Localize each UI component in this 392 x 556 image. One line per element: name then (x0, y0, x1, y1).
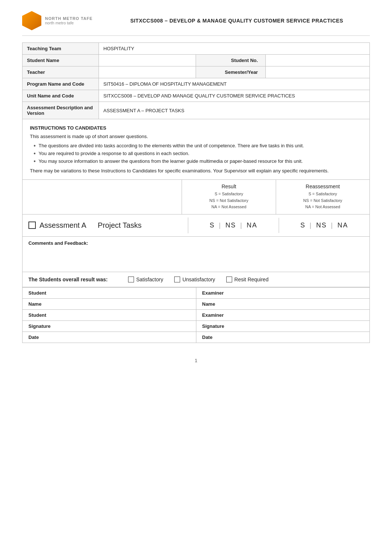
resit-checkbox[interactable] (226, 277, 232, 282)
re-score-ns: NS (316, 222, 327, 229)
table-row-teaching: Teaching Team HOSPITALITY (23, 43, 370, 55)
info-table: Teaching Team HOSPITALITY Student Name S… (22, 42, 370, 119)
value-assessment: ASSESSMENT A – PROJECT TASKS (99, 102, 370, 119)
value-semester (265, 66, 369, 78)
instructions-note: There may be variations to these Instruc… (30, 168, 362, 174)
satisfactory-option[interactable]: Satisfactory (128, 277, 163, 282)
satisfactory-label: Satisfactory (136, 277, 163, 282)
bullet-text-2: You are required to provide a response t… (39, 151, 190, 156)
sig-student-date-label: Date (23, 332, 196, 343)
table-row-teacher: Teacher Semester/Year (23, 66, 370, 78)
label-student-name: Student Name (23, 55, 99, 66)
re-pipe-2: | (331, 222, 336, 229)
result-header-row: Result S = Satisfactory NS = Not Satisfa… (23, 180, 369, 214)
value-student-name (99, 55, 196, 66)
table-row-program: Program Name and Code SIT50416 – DIPLOMA… (23, 78, 370, 90)
page-number: 1 (22, 358, 370, 363)
label-assessment: Assessment Description and Version (23, 102, 99, 119)
result-ns-label: NS = Not Satisfactory (185, 198, 272, 204)
bullet-icon: • (34, 158, 36, 164)
assessment-grid: Result S = Satisfactory NS = Not Satisfa… (22, 180, 370, 288)
result-header-result: Result S = Satisfactory NS = Not Satisfa… (182, 180, 276, 214)
assessment-a-task: Project Tasks (98, 221, 142, 230)
pipe-2: | (240, 222, 245, 229)
re-pipe-1: | (310, 222, 315, 229)
score-ns: NS (226, 222, 236, 229)
reassess-s-label: S = Satisfactory (279, 191, 367, 198)
sig-table: Student Examiner Name Name Student Exami… (22, 288, 370, 343)
bullet-icon: • (34, 143, 36, 149)
value-student-no (265, 55, 369, 66)
re-score-na: NA (337, 222, 348, 229)
label-program: Program Name and Code (23, 78, 99, 90)
satisfactory-checkbox[interactable] (128, 277, 134, 282)
result-header-reassess: Reassessment S = Satisfactory NS = Not S… (276, 180, 369, 214)
logo-line2: north metro tafe (45, 21, 93, 25)
sig-examiner-name-label: Name (196, 298, 370, 309)
reassess-na-label: NA = Not Assessed (279, 204, 367, 210)
instructions-section: INSTRUCTIONS TO CANDIDATES This assessme… (22, 119, 370, 180)
sig-student-sig-label: Signature (23, 320, 196, 332)
resit-option[interactable]: Resit Required (226, 277, 269, 282)
sig-row-1: Student Examiner (23, 288, 370, 299)
re-score-s: S (300, 222, 306, 229)
page-header: NORTH METRO TAFE north metro tafe SITXCC… (22, 11, 370, 36)
logo-text: NORTH METRO TAFE north metro tafe (45, 16, 93, 25)
instructions-title: INSTRUCTIONS TO CANDIDATES (30, 125, 362, 131)
assessment-a-label: Assessment A Project Tasks (23, 217, 188, 233)
sig-student-label-1: Student (23, 288, 196, 299)
unsatisfactory-option[interactable]: Unsatisfactory (174, 277, 215, 282)
assessment-a-name: Assessment A (39, 221, 86, 230)
label-teaching: Teaching Team (23, 43, 99, 55)
value-teaching: HOSPITALITY (99, 43, 370, 55)
bullet-text-1: The questions are divided into tasks acc… (39, 143, 304, 148)
comments-row: Comments and Feedback: (23, 237, 369, 272)
overall-result-row: The Students overall result was: Satisfa… (23, 272, 369, 287)
sig-row-2: Name Name (23, 298, 370, 309)
table-row-student: Student Name Student No. (23, 55, 370, 66)
score-na: NA (247, 222, 257, 229)
sig-student-name-label: Name (23, 298, 196, 309)
bullet-text-3: You may source information to answer the… (39, 158, 303, 164)
instructions-intro: This assessment is made up of short answ… (30, 134, 362, 139)
comments-label: Comments and Feedback: (28, 240, 364, 246)
sig-student-label-2: Student (23, 309, 196, 320)
bullet-list: • The questions are divided into tasks a… (34, 143, 362, 164)
result-s-label: S = Satisfactory (185, 191, 272, 198)
logo-line1: NORTH METRO TAFE (45, 16, 93, 21)
logo-area: NORTH METRO TAFE north metro tafe (22, 11, 93, 30)
value-program: SIT50416 – DIPLOMA OF HOSPITALITY MANAGE… (99, 78, 370, 90)
bullet-icon: • (34, 151, 36, 157)
result-header-spacer (23, 180, 182, 214)
label-student-no: Student No. (196, 55, 265, 66)
assessment-a-row: Assessment A Project Tasks S | NS | NA S… (23, 214, 369, 237)
list-item: • You are required to provide a response… (34, 151, 362, 157)
value-unit: SITXCCS008 – DEVELOP AND MANAGE QUALITY … (99, 90, 370, 102)
value-teacher (99, 66, 196, 78)
reassess-title: Reassessment (279, 183, 367, 189)
list-item: • The questions are divided into tasks a… (34, 143, 362, 149)
unsatisfactory-checkbox[interactable] (174, 277, 180, 282)
label-teacher: Teacher (23, 66, 99, 78)
score-s: S (210, 222, 215, 229)
sig-examiner-date-label: Date (196, 332, 370, 343)
label-semester: Semester/Year (196, 66, 265, 78)
result-na-label: NA = Not Assessed (185, 204, 272, 210)
sig-examiner-label-1: Examiner (196, 288, 370, 299)
list-item: • You may source information to answer t… (34, 158, 362, 164)
page-title: SITXCCS008 – DEVELOP & MANAGE QUALITY CU… (104, 18, 370, 24)
unsatisfactory-label: Unsatisfactory (182, 277, 215, 282)
reassess-ns-label: NS = Not Satisfactory (279, 198, 367, 204)
sig-row-4: Signature Signature (23, 320, 370, 332)
overall-result-label: The Students overall result was: (28, 277, 117, 282)
page: NORTH METRO TAFE north metro tafe SITXCC… (0, 0, 392, 556)
assessment-a-checkbox[interactable] (28, 222, 36, 229)
sig-row-3: Student Examiner (23, 309, 370, 320)
table-row-assessment: Assessment Description and Version ASSES… (23, 102, 370, 119)
pipe-1: | (219, 222, 224, 229)
assessment-a-rescores: S | NS | NA (279, 218, 369, 233)
logo-icon (22, 11, 41, 30)
sig-row-5: Date Date (23, 332, 370, 343)
resit-label: Resit Required (234, 277, 269, 282)
label-unit: Unit Name and Code (23, 90, 99, 102)
